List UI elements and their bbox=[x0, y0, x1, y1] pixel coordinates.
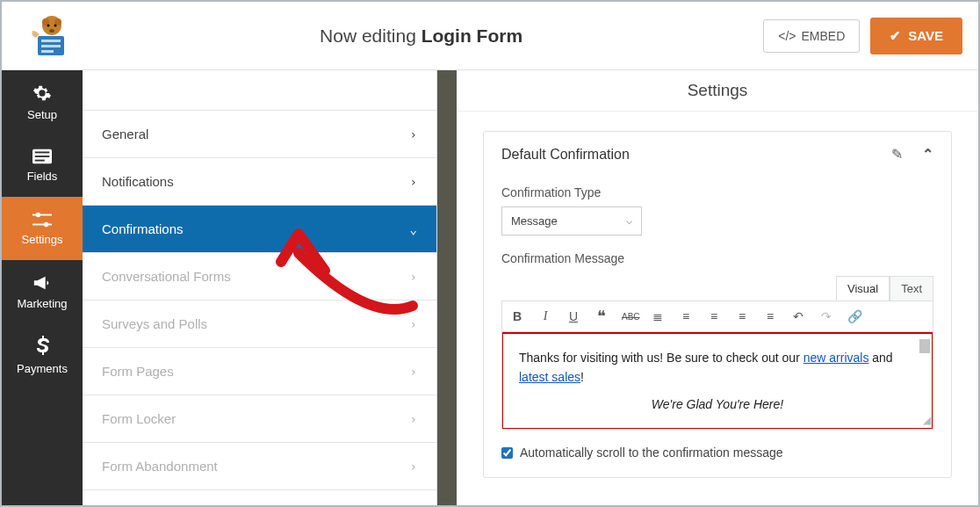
resize-handle-icon[interactable]: ◢ bbox=[920, 416, 931, 427]
autoscroll-label: Automatically scroll to the confirmation… bbox=[520, 445, 783, 460]
row-label: Conversational Forms bbox=[102, 269, 231, 284]
nav-label: Payments bbox=[17, 362, 68, 375]
row-label: Form Pages bbox=[102, 364, 174, 379]
strike-icon[interactable]: ABC bbox=[622, 312, 638, 322]
svg-rect-14 bbox=[32, 214, 52, 215]
number-list-icon[interactable]: ≡ bbox=[678, 309, 694, 323]
svg-rect-12 bbox=[35, 156, 50, 157]
sublist-conversational-forms[interactable]: Conversational Forms› bbox=[83, 253, 436, 301]
row-label: Notifications bbox=[102, 174, 174, 189]
sublist-header-spacer bbox=[83, 70, 436, 111]
editing-prefix: Now editing bbox=[320, 25, 422, 46]
editor-tabs: Visual Text bbox=[501, 276, 933, 301]
bullet-list-icon[interactable]: ≣ bbox=[650, 309, 666, 323]
embed-button[interactable]: </> EMBED bbox=[763, 19, 860, 53]
link-latest-sales[interactable]: latest sales bbox=[519, 370, 580, 384]
sublist-confirmations[interactable]: Confirmations⌄ bbox=[83, 206, 436, 253]
panel-body: Confirmation Type Message Confirmation M… bbox=[484, 185, 951, 477]
chevron-right-icon: › bbox=[410, 270, 417, 284]
check-icon: ✔ bbox=[890, 28, 901, 44]
tab-text[interactable]: Text bbox=[890, 276, 933, 301]
svg-point-4 bbox=[54, 24, 57, 26]
svg-rect-11 bbox=[35, 151, 50, 153]
chevron-right-icon: › bbox=[410, 460, 417, 474]
row-label: Form Abandonment bbox=[102, 459, 218, 474]
editor-scrollbar[interactable] bbox=[919, 339, 930, 353]
form-name: Login Form bbox=[422, 25, 522, 46]
link-new-arrivals[interactable]: new arrivals bbox=[803, 351, 869, 365]
confirmation-type-select[interactable]: Message bbox=[501, 206, 642, 235]
row-label: Form Locker bbox=[102, 411, 176, 426]
nav-fields[interactable]: Fields bbox=[2, 134, 83, 197]
msg-text: and bbox=[868, 351, 892, 365]
list-icon bbox=[32, 148, 52, 164]
svg-point-5 bbox=[49, 29, 54, 33]
save-button[interactable]: ✔ SAVE bbox=[870, 18, 962, 54]
sublist-form-pages[interactable]: Form Pages› bbox=[83, 348, 436, 395]
underline-icon[interactable]: U bbox=[566, 309, 581, 323]
wpforms-logo-icon bbox=[25, 13, 71, 59]
chevron-right-icon: › bbox=[410, 317, 417, 331]
msg-text: ! bbox=[580, 370, 584, 384]
message-line2: We're Glad You're Here! bbox=[519, 395, 916, 414]
content-area: Settings Default Confirmation ✎ ⌃ Confir… bbox=[457, 70, 978, 505]
msg-text: Thanks for visiting with us! Be sure to … bbox=[519, 351, 803, 365]
gear-icon bbox=[32, 83, 52, 103]
settings-sublist: General› Notifications› Confirmations⌄ C… bbox=[83, 70, 437, 505]
confirmation-type-label: Confirmation Type bbox=[501, 185, 933, 199]
svg-rect-9 bbox=[41, 50, 54, 53]
sublist-form-abandonment[interactable]: Form Abandonment› bbox=[83, 443, 436, 490]
svg-point-17 bbox=[44, 221, 49, 227]
chevron-right-icon: › bbox=[410, 175, 417, 189]
undo-icon[interactable]: ↶ bbox=[790, 309, 806, 323]
panel-title: Default Confirmation bbox=[501, 147, 630, 163]
row-label: Confirmations bbox=[102, 221, 184, 236]
top-bar: Now editing Login Form </> EMBED ✔ SAVE bbox=[2, 2, 978, 70]
svg-point-15 bbox=[36, 212, 41, 217]
collapse-icon[interactable]: ⌃ bbox=[922, 146, 933, 163]
tab-visual[interactable]: Visual bbox=[836, 276, 890, 301]
save-label: SAVE bbox=[908, 28, 943, 43]
main-area: Setup Fields Settings Marketing Payments… bbox=[2, 70, 978, 505]
italic-icon[interactable]: I bbox=[537, 309, 553, 323]
align-right-icon[interactable]: ≡ bbox=[762, 309, 778, 323]
align-center-icon[interactable]: ≡ bbox=[734, 309, 750, 323]
nav-label: Fields bbox=[27, 170, 58, 183]
edit-icon[interactable]: ✎ bbox=[891, 146, 903, 163]
quote-icon[interactable]: ❝ bbox=[594, 307, 609, 326]
nav-settings[interactable]: Settings bbox=[2, 197, 83, 260]
editor-toolbar: B I U ❝ ABC ≣ ≡ ≡ ≡ ≡ ↶ ↷ 🔗 bbox=[501, 301, 933, 332]
chevron-right-icon: › bbox=[410, 127, 417, 141]
redo-icon[interactable]: ↷ bbox=[818, 309, 834, 323]
panel-header: Default Confirmation ✎ ⌃ bbox=[484, 132, 951, 177]
code-icon: </> bbox=[778, 29, 796, 43]
embed-label: EMBED bbox=[801, 29, 845, 43]
nav-setup[interactable]: Setup bbox=[2, 70, 83, 134]
dollar-icon bbox=[35, 336, 49, 357]
confirmation-message-label: Confirmation Message bbox=[501, 251, 933, 265]
link-icon[interactable]: 🔗 bbox=[847, 309, 862, 323]
confirmation-panel: Default Confirmation ✎ ⌃ Confirmation Ty… bbox=[483, 131, 952, 478]
sublist-form-locker[interactable]: Form Locker› bbox=[83, 395, 436, 443]
chevron-right-icon: › bbox=[410, 365, 417, 379]
autoscroll-row[interactable]: Automatically scroll to the confirmation… bbox=[501, 445, 933, 460]
svg-rect-7 bbox=[41, 40, 61, 42]
align-left-icon[interactable]: ≡ bbox=[706, 309, 722, 323]
sublist-notifications[interactable]: Notifications› bbox=[83, 158, 436, 206]
row-label: General bbox=[102, 127, 148, 141]
nav-marketing[interactable]: Marketing bbox=[2, 260, 83, 323]
page-title: Settings bbox=[457, 70, 978, 112]
sublist-general[interactable]: General› bbox=[83, 111, 436, 158]
side-nav: Setup Fields Settings Marketing Payments bbox=[2, 70, 83, 505]
autoscroll-checkbox[interactable] bbox=[501, 447, 513, 459]
nav-payments[interactable]: Payments bbox=[2, 323, 83, 387]
row-label: Surveys and Polls bbox=[102, 316, 207, 331]
bold-icon[interactable]: B bbox=[509, 309, 525, 323]
sublist-surveys-polls[interactable]: Surveys and Polls› bbox=[83, 301, 436, 348]
chevron-right-icon: › bbox=[410, 412, 417, 426]
svg-rect-16 bbox=[32, 223, 52, 225]
bullhorn-icon bbox=[32, 274, 52, 292]
nav-label: Marketing bbox=[17, 297, 67, 310]
editor-body[interactable]: Thanks for visiting with us! Be sure to … bbox=[502, 332, 933, 429]
nav-label: Settings bbox=[22, 233, 63, 246]
